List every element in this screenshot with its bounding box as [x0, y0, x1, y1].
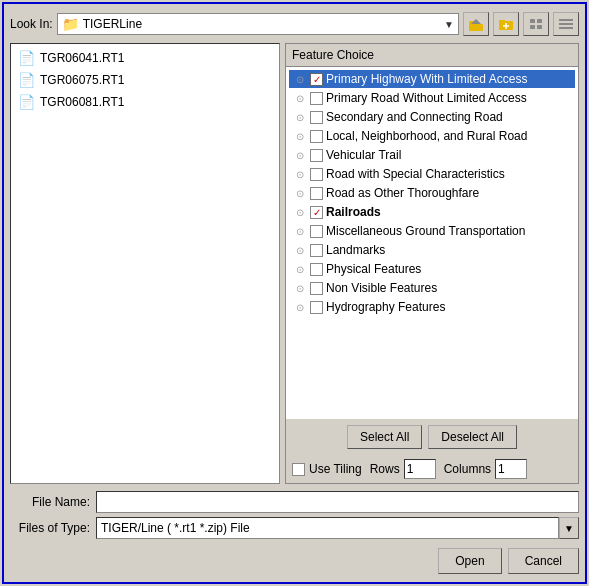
feature-item-8[interactable]: ⊙ Miscellaneous Ground Transportation: [289, 222, 575, 240]
select-all-button[interactable]: Select All: [347, 425, 422, 449]
file-icon: 📄: [18, 72, 35, 88]
files-of-type-dropdown-button[interactable]: ▼: [559, 517, 579, 539]
up-folder-icon: [468, 16, 484, 32]
radio-icon: ⊙: [293, 93, 307, 104]
rows-label: Rows: [370, 462, 400, 476]
file-name: TGR06041.RT1: [40, 51, 125, 65]
file-name-input[interactable]: [96, 491, 579, 513]
view-details-button[interactable]: [553, 12, 579, 36]
feature-checkbox-9[interactable]: [310, 244, 323, 257]
feature-item-4[interactable]: ⊙ Vehicular Trail: [289, 146, 575, 164]
cancel-button[interactable]: Cancel: [508, 548, 579, 574]
list-item[interactable]: 📄 TGR06081.RT1: [15, 92, 275, 112]
svg-rect-13: [559, 27, 573, 29]
feature-checkbox-0[interactable]: ✓: [310, 73, 323, 86]
file-icon: 📄: [18, 94, 35, 110]
feature-label-10: Physical Features: [326, 262, 421, 276]
file-name: TGR06081.RT1: [40, 95, 125, 109]
feature-checkbox-10[interactable]: [310, 263, 323, 276]
svg-rect-0: [469, 24, 483, 31]
radio-icon: ⊙: [293, 226, 307, 237]
feature-item-9[interactable]: ⊙ Landmarks: [289, 241, 575, 259]
radio-icon: ⊙: [293, 74, 307, 85]
svg-rect-4: [499, 20, 505, 23]
file-name-row: File Name:: [10, 491, 579, 513]
columns-input[interactable]: [495, 459, 527, 479]
svg-rect-11: [559, 19, 573, 21]
new-folder-button[interactable]: [493, 12, 519, 36]
radio-icon: ⊙: [293, 131, 307, 142]
feature-label-7: Railroads: [326, 205, 381, 219]
svg-rect-7: [530, 19, 535, 23]
feature-label-5: Road with Special Characteristics: [326, 167, 505, 181]
view-details-icon: [558, 16, 574, 32]
feature-buttons: Select All Deselect All: [286, 419, 578, 455]
svg-rect-12: [559, 23, 573, 25]
files-of-type-input[interactable]: [96, 517, 559, 539]
columns-field: Columns: [444, 459, 527, 479]
action-buttons: Open Cancel: [10, 546, 579, 576]
deselect-all-button[interactable]: Deselect All: [428, 425, 517, 449]
feature-panel: Feature Choice ⊙ ✓ Primary Highway With …: [285, 43, 579, 484]
feature-label-1: Primary Road Without Limited Access: [326, 91, 527, 105]
bottom-fields: File Name: Files of Type: ▼: [10, 489, 579, 541]
feature-item-12[interactable]: ⊙ Hydrography Features: [289, 298, 575, 316]
files-of-type-combo-wrap: ▼: [96, 517, 579, 539]
feature-item-5[interactable]: ⊙ Road with Special Characteristics: [289, 165, 575, 183]
feature-label-4: Vehicular Trail: [326, 148, 401, 162]
feature-checkbox-6[interactable]: [310, 187, 323, 200]
folder-icon: 📁: [62, 16, 79, 32]
feature-checkbox-4[interactable]: [310, 149, 323, 162]
feature-label-12: Hydrography Features: [326, 300, 445, 314]
feature-label-8: Miscellaneous Ground Transportation: [326, 224, 525, 238]
look-in-dropdown-arrow: ▼: [444, 19, 454, 30]
radio-icon: ⊙: [293, 264, 307, 275]
feature-item-3[interactable]: ⊙ Local, Neighborhood, and Rural Road: [289, 127, 575, 145]
look-in-value: TIGERLine: [83, 17, 440, 31]
tiling-row: Use Tiling Rows Columns: [286, 455, 578, 483]
feature-item-1[interactable]: ⊙ Primary Road Without Limited Access: [289, 89, 575, 107]
feature-item-2[interactable]: ⊙ Secondary and Connecting Road: [289, 108, 575, 126]
rows-input[interactable]: [404, 459, 436, 479]
feature-label-3: Local, Neighborhood, and Rural Road: [326, 129, 527, 143]
feature-checkbox-2[interactable]: [310, 111, 323, 124]
feature-checkbox-7[interactable]: ✓: [310, 206, 323, 219]
feature-label-9: Landmarks: [326, 243, 385, 257]
feature-checkbox-8[interactable]: [310, 225, 323, 238]
file-name-label: File Name:: [10, 495, 90, 509]
feature-item-0[interactable]: ⊙ ✓ Primary Highway With Limited Access: [289, 70, 575, 88]
columns-label: Columns: [444, 462, 491, 476]
view-list-button[interactable]: [523, 12, 549, 36]
feature-label-11: Non Visible Features: [326, 281, 437, 295]
feature-list[interactable]: ⊙ ✓ Primary Highway With Limited Access …: [286, 67, 578, 419]
feature-item-6[interactable]: ⊙ Road as Other Thoroughfare: [289, 184, 575, 202]
feature-checkbox-3[interactable]: [310, 130, 323, 143]
up-folder-button[interactable]: [463, 12, 489, 36]
use-tiling-wrap[interactable]: Use Tiling: [292, 462, 362, 476]
look-in-combo[interactable]: 📁 TIGERLine ▼: [57, 13, 459, 35]
svg-rect-8: [537, 19, 542, 23]
open-button[interactable]: Open: [438, 548, 501, 574]
feature-label-2: Secondary and Connecting Road: [326, 110, 503, 124]
use-tiling-label: Use Tiling: [309, 462, 362, 476]
feature-checkbox-12[interactable]: [310, 301, 323, 314]
list-item[interactable]: 📄 TGR06075.RT1: [15, 70, 275, 90]
file-list[interactable]: 📄 TGR06041.RT1 📄 TGR06075.RT1 📄 TGR06081…: [10, 43, 280, 484]
feature-checkbox-11[interactable]: [310, 282, 323, 295]
radio-icon: ⊙: [293, 207, 307, 218]
feature-checkbox-1[interactable]: [310, 92, 323, 105]
feature-panel-title: Feature Choice: [286, 44, 578, 67]
file-name: TGR06075.RT1: [40, 73, 125, 87]
feature-item-7[interactable]: ⊙ ✓ Railroads: [289, 203, 575, 221]
radio-icon: ⊙: [293, 283, 307, 294]
toolbar: Look In: 📁 TIGERLine ▼: [10, 10, 579, 38]
radio-icon: ⊙: [293, 169, 307, 180]
list-item[interactable]: 📄 TGR06041.RT1: [15, 48, 275, 68]
feature-item-10[interactable]: ⊙ Physical Features: [289, 260, 575, 278]
feature-checkbox-5[interactable]: [310, 168, 323, 181]
view-list-icon: [528, 16, 544, 32]
radio-icon: ⊙: [293, 188, 307, 199]
radio-icon: ⊙: [293, 112, 307, 123]
use-tiling-checkbox[interactable]: [292, 463, 305, 476]
feature-item-11[interactable]: ⊙ Non Visible Features: [289, 279, 575, 297]
